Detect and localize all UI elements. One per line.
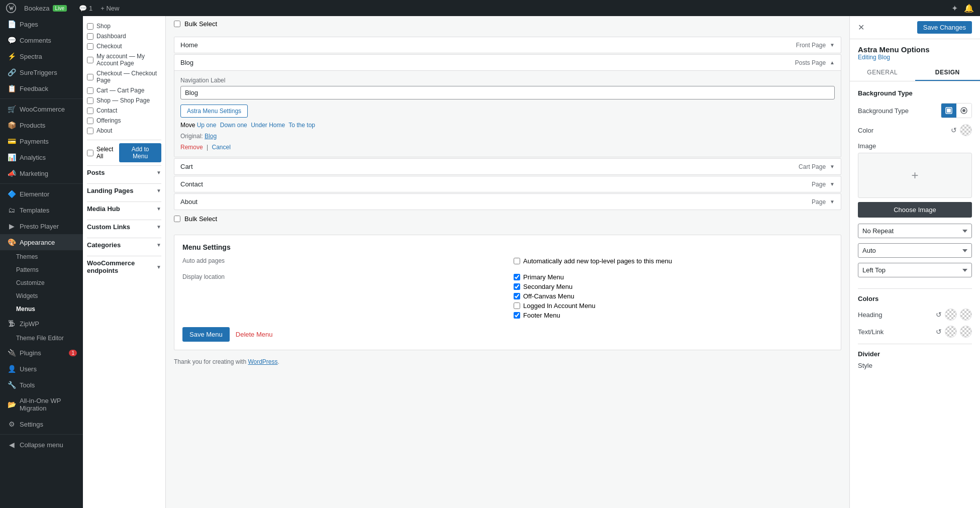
sidebar-item-plugins[interactable]: 🔌 Plugins 1	[0, 345, 83, 361]
sidebar-item-templates[interactable]: 🗂 Templates	[0, 202, 83, 218]
sidebar-item-tools[interactable]: 🔧 Tools	[0, 377, 83, 393]
tab-general[interactable]: GENERAL	[850, 65, 915, 81]
textlink-color-reset[interactable]: ↺	[936, 328, 942, 336]
choose-image-button[interactable]: Choose Image	[858, 202, 972, 218]
sidebar-collapse[interactable]: ◀ Collapse menu	[0, 437, 83, 453]
auto-add-checkbox[interactable]	[514, 258, 520, 264]
color-type-button[interactable]	[941, 104, 956, 118]
primary-menu-checkbox[interactable]	[514, 274, 520, 280]
original-link[interactable]: Blog	[205, 133, 217, 140]
home-toggle[interactable]: ▼	[830, 42, 835, 48]
sidebar-item-payments[interactable]: 💳 Payments	[0, 133, 83, 149]
astra-menu-settings-button[interactable]: Astra Menu Settings	[180, 105, 248, 118]
sidebar-item-customize[interactable]: Customize	[16, 276, 83, 289]
save-menu-button[interactable]: Save Menu	[182, 327, 230, 342]
contact-checkbox[interactable]	[87, 108, 93, 114]
move-under-home[interactable]: Under Home	[251, 122, 285, 129]
sidebar-item-menus[interactable]: Menus	[16, 302, 83, 316]
tab-design[interactable]: DESIGN	[915, 65, 981, 81]
categories-section-header[interactable]: Categories ▼	[87, 238, 161, 252]
auto-add-check[interactable]: Automatically add new top-level pages to…	[514, 257, 833, 265]
sidebar-item-feedback[interactable]: 📋 Feedback	[0, 80, 83, 96]
remove-link[interactable]: Remove	[180, 144, 203, 151]
close-button[interactable]: ✕	[858, 23, 864, 32]
heading-color-picker-2[interactable]	[960, 309, 972, 321]
heading-color-reset[interactable]: ↺	[936, 311, 942, 319]
color-picker[interactable]	[960, 124, 972, 136]
textlink-color-picker-1[interactable]	[945, 326, 957, 338]
myaccount-checkbox[interactable]	[87, 57, 93, 63]
offcanvas-menu-check[interactable]: Off-Canvas Menu	[514, 292, 833, 300]
wordpress-link[interactable]: WordPress	[248, 358, 277, 365]
footer-menu-checkbox[interactable]	[514, 312, 520, 319]
loggedin-menu-checkbox[interactable]	[514, 302, 520, 309]
footer-menu-check[interactable]: Footer Menu	[514, 312, 833, 319]
new-button[interactable]: + New	[101, 5, 119, 12]
menu-item-cart-header[interactable]: Cart Cart Page ▼	[174, 159, 841, 174]
menu-item-contact-header[interactable]: Contact Page ▼	[174, 176, 841, 192]
cart-toggle[interactable]: ▼	[830, 164, 835, 169]
bulk-select-checkbox-top[interactable]	[174, 21, 180, 27]
sidebar-item-pages[interactable]: 📄 Pages	[0, 16, 83, 32]
menu-item-blog-header[interactable]: Blog Posts Page ▲	[174, 55, 841, 70]
offcanvas-menu-checkbox[interactable]	[514, 293, 520, 299]
bulk-select-checkbox-bottom[interactable]	[174, 216, 180, 222]
sidebar-item-comments[interactable]: 💬 Comments	[0, 32, 83, 48]
cart-page-checkbox[interactable]	[87, 87, 93, 94]
sidebar-item-themes[interactable]: Themes	[16, 250, 83, 263]
sidebar-item-all-in-one[interactable]: 📂 All-in-One WP Migration	[0, 393, 83, 416]
about-checkbox[interactable]	[87, 128, 93, 134]
checkout-checkbox[interactable]	[87, 43, 93, 50]
move-to-top[interactable]: To the top	[288, 122, 315, 129]
sidebar-item-zipwp[interactable]: 🗜 ZipWP	[0, 316, 83, 332]
secondary-menu-checkbox[interactable]	[514, 283, 520, 290]
media-hub-section-header[interactable]: Media Hub ▼	[87, 201, 161, 216]
primary-menu-check[interactable]: Primary Menu	[514, 273, 833, 281]
sidebar-item-marketing[interactable]: 📣 Marketing	[0, 165, 83, 181]
blog-toggle[interactable]: ▲	[830, 60, 835, 65]
cancel-link[interactable]: Cancel	[212, 144, 231, 151]
sidebar-item-widgets[interactable]: Widgets	[16, 289, 83, 302]
checkout-page-checkbox[interactable]	[87, 74, 93, 80]
wordpress-logo[interactable]	[6, 3, 16, 13]
textlink-color-picker-2[interactable]	[960, 326, 972, 338]
woocommerce-endpoints-section-header[interactable]: WooCommerce endpoints ▼	[87, 256, 161, 277]
sidebar-item-elementor[interactable]: 🔷 Elementor	[0, 186, 83, 202]
move-up-one[interactable]: Up one	[197, 122, 217, 129]
image-upload-area[interactable]: +	[858, 153, 972, 198]
sidebar-item-theme-file-editor[interactable]: Theme File Editor	[16, 332, 83, 345]
dashboard-checkbox[interactable]	[87, 33, 93, 40]
sidebar-item-woocommerce[interactable]: 🛒 WooCommerce	[0, 101, 83, 117]
posts-section-header[interactable]: Posts ▼	[87, 165, 161, 179]
select-all-label[interactable]: Select All	[87, 146, 119, 160]
bell-icon[interactable]: 🔔	[964, 4, 974, 13]
offerings-checkbox[interactable]	[87, 118, 93, 124]
color-reset-button[interactable]: ↺	[951, 126, 957, 134]
auto-select[interactable]: Auto Cover Contain	[858, 243, 972, 258]
gradient-type-button[interactable]	[956, 104, 971, 118]
menu-item-home-header[interactable]: Home Front Page ▼	[174, 37, 841, 53]
no-repeat-select[interactable]: No Repeat Repeat Repeat-X Repeat-Y	[858, 224, 972, 238]
sidebar-item-suretriggers[interactable]: 🔗 SureTriggers	[0, 64, 83, 80]
sidebar-item-users[interactable]: 👤 Users	[0, 361, 83, 377]
sidebar-item-settings[interactable]: ⚙ Settings	[0, 416, 83, 432]
nav-label-input[interactable]	[180, 86, 835, 99]
sidebar-item-appearance[interactable]: 🎨 Appearance	[0, 234, 83, 250]
sidebar-item-analytics[interactable]: 📊 Analytics	[0, 149, 83, 165]
admin-bar-site[interactable]: Bookeza Live	[24, 5, 67, 12]
sidebar-item-spectra[interactable]: ⚡ Spectra	[0, 48, 83, 64]
about-toggle[interactable]: ▼	[830, 199, 835, 205]
sparkle-icon[interactable]: ✦	[951, 4, 958, 13]
sidebar-item-presto[interactable]: ▶ Presto Player	[0, 218, 83, 234]
menu-item-about-header[interactable]: About Page ▼	[174, 194, 841, 210]
shop-checkbox[interactable]	[87, 23, 93, 30]
move-down-one[interactable]: Down one	[220, 122, 247, 129]
save-changes-button[interactable]: Save Changes	[917, 21, 972, 34]
secondary-menu-check[interactable]: Secondary Menu	[514, 283, 833, 290]
sidebar-item-products[interactable]: 📦 Products	[0, 117, 83, 133]
heading-color-picker-1[interactable]	[945, 309, 957, 321]
add-to-menu-button[interactable]: Add to Menu	[119, 143, 161, 162]
delete-menu-link[interactable]: Delete Menu	[236, 331, 273, 338]
shop-page-checkbox[interactable]	[87, 97, 93, 104]
custom-links-section-header[interactable]: Custom Links ▼	[87, 220, 161, 234]
